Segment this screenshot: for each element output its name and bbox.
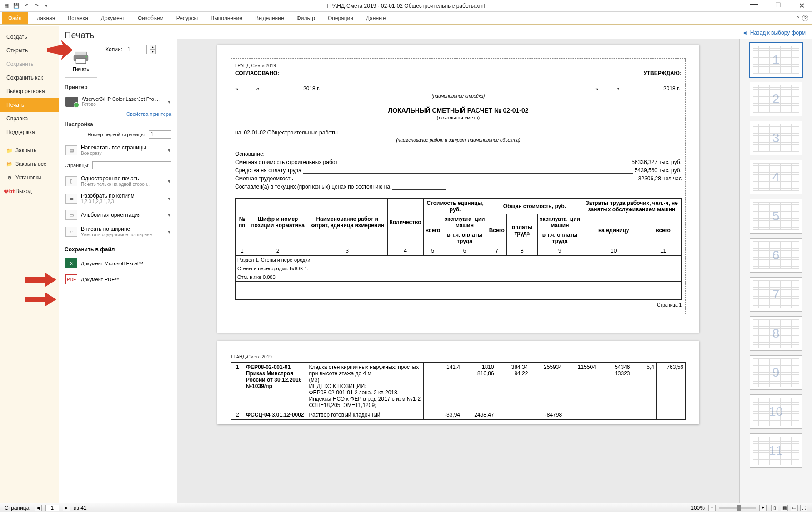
back-to-forms-link[interactable]: Назад к выбору форм [750,30,806,36]
tab-resources[interactable]: Ресурсы [170,12,204,24]
menu-close-all[interactable]: 📂Закрыть все [0,157,59,171]
chevron-down-icon: ▾ [168,178,170,184]
thumbnail[interactable]: 11 [750,433,802,468]
doc-build-name: (наименование стройки) [235,94,682,99]
thumbnail[interactable]: 8 [750,316,802,351]
undo-icon[interactable]: ↶ [23,2,30,10]
thumbnail[interactable]: 9 [750,355,802,390]
collate-icon: ☰ [65,194,77,204]
tab-insert[interactable]: Вставка [61,12,95,24]
print-title: Печать [65,30,171,40]
fit-icon: ↔ [65,227,77,237]
thumbnail[interactable]: 6 [750,238,802,273]
chevron-down-icon: ▾ [168,195,170,202]
tab-file[interactable]: Файл [2,12,28,24]
annotation-arrow [25,293,56,306]
maximize-button[interactable]: ☐ [770,1,786,10]
chevron-down-icon: ▾ [168,212,170,218]
back-icon: ◄ [742,30,747,36]
opt-one-side[interactable]: ▯ Односторонняя печатьПечать только на о… [65,172,171,189]
tab-filter[interactable]: Фильтр [291,12,321,24]
save-excel-button[interactable]: X Документ Microsoft Excel™ [65,255,171,271]
printer-icon [73,51,89,65]
page-prev-button[interactable]: ◄ [35,505,42,511]
opt-collate[interactable]: ☰ Разобрать по копиям1,2,3 1,2,3 1,2,3 ▾ [65,189,171,207]
qat-more-icon[interactable]: ▾ [43,2,50,10]
page-thumbnails[interactable]: 1 2 3 4 5 6 7 8 9 10 11 [739,39,812,503]
thumbnail[interactable]: 4 [750,160,802,194]
tab-home[interactable]: Главная [28,12,62,24]
close-button[interactable]: ✕ [794,1,809,10]
svg-marker-4 [47,40,73,60]
tab-selection[interactable]: Выделение [249,12,291,24]
copies-label: Копии: [105,46,122,53]
menu-region[interactable]: Выбор региона [0,85,59,98]
page-next-button[interactable]: ► [63,505,70,511]
page-icon: ▯ [65,176,77,186]
zoom-label: 100% [691,505,705,511]
thumbnail[interactable]: 7 [750,277,802,312]
menu-close[interactable]: 📁Закрыть [0,144,59,157]
print-preview: ◄ Назад к выбору форм ГРАНД-Смета 2019 С… [177,26,812,503]
doc-title: ЛОКАЛЬНЫЙ СМЕТНЫЙ РАСЧЕТ № 02-01-02 [235,107,682,114]
preview-page-2: ГРАНД-Смета 2019 1 ФЕР08-02-001-01 Прика… [217,341,699,424]
first-page-input[interactable] [149,130,171,139]
opt-print-all[interactable]: ▤ Напечатать все страницыВсе сразу ▾ [65,141,171,159]
pdf-icon: PDF [65,274,77,284]
folders-icon: 📂 [6,161,13,167]
print-settings-panel: Печать Печать Копии: ▲▼ Принтер \\fserve… [59,26,177,503]
menu-print[interactable]: Печать [0,98,59,112]
ribbon-collapse-icon[interactable]: ^ [797,15,799,21]
tab-execution[interactable]: Выполнение [204,12,249,24]
estimate-table: № пп Шифр и номер позиции норматива Наим… [235,198,682,300]
ribbon-help-icon[interactable]: ? [802,15,808,21]
copies-down[interactable]: ▼ [150,50,156,54]
excel-icon: X [65,258,77,268]
thumbnail[interactable]: 5 [750,199,802,234]
preview-scroll[interactable]: ГРАНД-Смета 2019 СОГЛАСОВАНО: УТВЕРЖДАЮ:… [177,39,739,503]
view-multi-page[interactable]: ▦ [781,505,788,511]
menu-exit[interactable]: �krítВыход [0,184,59,198]
save-pdf-button[interactable]: PDF Документ PDF™ [65,271,171,287]
page-number-input[interactable] [45,505,59,511]
thumbnail[interactable]: 3 [750,121,802,155]
view-fit[interactable]: ▭ [791,505,798,511]
status-page-label: Страница: [5,505,31,511]
menu-help[interactable]: Справка [0,112,59,125]
save-qat-icon[interactable]: 💾 [13,2,20,10]
pages-input[interactable] [92,161,171,169]
redo-icon[interactable]: ↷ [33,2,40,10]
tab-operations[interactable]: Операции [321,12,360,24]
doc-agree: СОГЛАСОВАНО: [235,70,279,76]
gear-icon: ⚙ [6,174,13,181]
page-total: из 41 [74,505,87,511]
zoom-slider[interactable] [719,507,756,509]
opt-fit-width[interactable]: ↔ Вписать по ширинеУместить содержимое п… [65,223,171,240]
pages-icon: ▤ [65,145,77,155]
printer-section: Принтер [65,84,171,90]
view-full[interactable]: ⛶ [800,505,807,511]
opt-orientation[interactable]: ▭ Альбомная ориентация ▾ [65,207,171,223]
window-title: ГРАНД-Смета 2019 - 02-01-02 Общестроител… [0,3,812,9]
zoom-out-button[interactable]: − [708,505,716,511]
copies-input[interactable] [125,45,147,54]
thumbnail[interactable]: 1 [750,43,802,77]
printer-properties-link[interactable]: Свойства принтера [65,111,171,117]
svg-rect-2 [76,59,86,64]
copies-up[interactable]: ▲ [150,45,156,50]
view-one-page[interactable]: ▯ [771,505,778,511]
thumbnail[interactable]: 10 [750,394,802,429]
pages-label: Страницы: [65,163,90,168]
menu-save-as[interactable]: Сохранить как [0,71,59,85]
printer-select[interactable]: \\fserver3\HP Color LaserJet Pro ... Гот… [65,93,171,109]
minimize-button[interactable]: — [747,1,762,10]
tab-volume[interactable]: Физобъем [131,12,170,24]
thumbnail[interactable]: 2 [750,82,802,116]
tab-data[interactable]: Данные [360,12,392,24]
save-file-section: Сохранить в файл [65,246,171,253]
tab-document[interactable]: Документ [95,12,131,24]
zoom-in-button[interactable]: + [759,505,767,511]
menu-settings[interactable]: ⚙Установки [0,171,59,184]
chevron-down-icon: ▾ [168,99,170,105]
menu-support[interactable]: Поддержка [0,125,59,139]
